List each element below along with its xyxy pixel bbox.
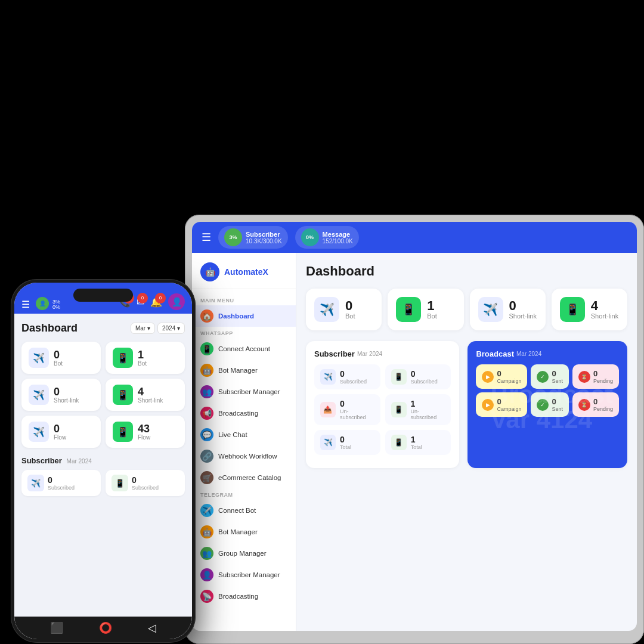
phone-hamburger-icon[interactable]: ☰	[21, 299, 30, 310]
message-info: Message 152/100.0K	[323, 231, 353, 244]
phone-sub-icon: 👤	[36, 297, 49, 310]
bot-manager-icon: 🤖	[200, 364, 213, 377]
sub-mini-info-0: 0 Subscribed	[340, 369, 367, 385]
sidebar-item-broadcasting[interactable]: 📢 Broadcasting	[192, 402, 296, 424]
sub-mini-card-3: 📱 1 Un-subscribed	[385, 394, 451, 425]
subscriber-section: Subscriber Mar 2024 ✈️ 0 Subscribed	[306, 341, 459, 468]
phone-card-1: 📱 1 Bot	[106, 342, 185, 374]
phone-notch	[73, 289, 133, 302]
main-menu-label: MAIN MENU	[192, 294, 296, 305]
webhook-icon: 🔗	[200, 450, 213, 463]
tablet-topnav: ☰ 3% Subscriber 10.3K/300.0K 0% Message …	[192, 222, 637, 253]
phone-card-icon-1: 📱	[113, 348, 133, 368]
phone-card-info-1: 1 Bot	[138, 349, 147, 367]
phone-card-icon-5: 📱	[113, 422, 133, 442]
sub-mini-info-5: 1 Total	[411, 435, 422, 450]
phone-dashboard-header: Dashboard Mar ▾ 2024 ▾	[21, 322, 185, 335]
phone-card-info-0: 0 Bot	[54, 349, 63, 367]
sub-mini-info-2: 0 Un-subscribed	[340, 399, 374, 420]
phone-sub-info-1: 0 Subscribed	[132, 475, 159, 491]
stat-card-0: ✈️ 0 Bot	[306, 289, 382, 330]
phone-btn-recent[interactable]: ◁	[148, 621, 156, 634]
sub-mini-card-4: ✈️ 0 Total	[314, 430, 380, 455]
sub-row-1: ✈️ 0 Subscribed 📱 0	[314, 364, 451, 389]
card-icon-whatsapp-1: 📱	[396, 297, 421, 322]
connect-account-icon: 📱	[200, 342, 213, 355]
broadcasting-icon: 📢	[200, 407, 213, 420]
phone-bottombar: ⬛ ⭕ ◁	[14, 617, 192, 639]
subscriber-badge: 3% Subscriber 10.3K/300.0K	[218, 226, 288, 249]
phone-year-select[interactable]: 2024 ▾	[157, 323, 185, 334]
tablet-sidebar: 🤖 AutomateX MAIN MENU 🏠 Dashboard WHATSA…	[192, 253, 296, 631]
phone-card-icon-0: ✈️	[29, 348, 49, 368]
phone-date-selects: Mar ▾ 2024 ▾	[131, 323, 185, 334]
phone-card-info-2: 0 Short-link	[54, 386, 79, 404]
card-info-1: 1 Bot	[427, 299, 437, 320]
phone-sub-pct: 3% 0%	[52, 299, 60, 310]
hamburger-icon[interactable]: ☰	[202, 231, 211, 244]
card-info-0: 0 Bot	[345, 299, 355, 320]
phone-card-icon-4: ✈️	[29, 422, 49, 442]
ecommerce-icon: 🛒	[200, 471, 213, 484]
phone-avatar[interactable]: 👤	[168, 293, 185, 310]
sidebar-item-live-chat[interactable]: 💬 Live Chat	[192, 424, 296, 445]
stat-card-2: ✈️ 0 Short-link	[470, 289, 546, 330]
phone-outer-frame: ☰ 👤 3% 0% 📞 15 ✉ 0 🔔	[11, 279, 196, 643]
card-icon-whatsapp-3: 📱	[560, 297, 585, 322]
telegram-label: TELEGRAM	[192, 488, 296, 500]
sidebar-item-telegram-bot[interactable]: 🤖 Bot Manager	[192, 521, 296, 543]
phone-sub-info-0: 0 Subscribed	[48, 475, 75, 491]
telegram-sub-icon: 👤	[200, 568, 213, 581]
phone-btn-back[interactable]: ⬛	[50, 621, 63, 634]
sub-mini-card-1: 📱 0 Subscribed	[385, 364, 451, 389]
sub-mini-card-2: 📤 0 Un-subscribed	[314, 394, 380, 425]
phone-dashboard-title: Dashboard	[21, 322, 78, 335]
whatsapp-label: WHATSAPP	[192, 327, 296, 338]
sidebar-item-telegram-broadcast[interactable]: 📡 Broadcasting	[192, 586, 296, 607]
phone-card-info-3: 4 Short-link	[138, 386, 163, 404]
phone-btn-home[interactable]: ⭕	[99, 621, 112, 634]
logo-text: AutomateX	[224, 267, 268, 277]
sub-row-3: ✈️ 0 Total 📱 1	[314, 430, 451, 455]
phone-card-info-5: 43 Flow	[138, 423, 150, 441]
logo-icon: 🤖	[200, 262, 219, 281]
phone-card-info-4: 0 Flow	[54, 423, 66, 441]
phone-screen: ☰ 👤 3% 0% 📞 15 ✉ 0 🔔	[14, 283, 192, 639]
phone-notif-bell: 0	[155, 293, 166, 304]
sidebar-item-group-manager[interactable]: 👥 Group Manager	[192, 543, 296, 564]
phone-card-2: ✈️ 0 Short-link	[21, 379, 101, 411]
sub-icon-total-blue: ✈️	[320, 435, 336, 450]
sidebar-item-webhook[interactable]: 🔗 Webhook Workflow	[192, 445, 296, 467]
sidebar-item-subscriber-manager[interactable]: 👥 Subscriber Manager	[192, 381, 296, 402]
sidebar-item-telegram-subscriber[interactable]: 👤 Subscriber Manager	[192, 564, 296, 586]
phone-card-icon-3: 📱	[113, 385, 133, 405]
tablet-outer-frame: ☰ 3% Subscriber 10.3K/300.0K 0% Message …	[185, 215, 644, 644]
sub-icon-unsub-green: 📱	[391, 402, 407, 417]
sidebar-item-connect-account[interactable]: 📱 Connect Account	[192, 338, 296, 360]
sidebar-item-ecommerce[interactable]: 🛒 eCommerce Catalog	[192, 467, 296, 488]
phone-sub-card-1: 📱 0 Subscribed	[106, 470, 185, 496]
telegram-bot-icon: 🤖	[200, 525, 213, 538]
phone-card-4: ✈️ 0 Flow	[21, 416, 101, 448]
stat-card-1: 📱 1 Bot	[388, 289, 463, 330]
sub-icon-unsub-red: 📤	[320, 402, 336, 417]
sidebar-item-bot-manager[interactable]: 🤖 Bot Manager	[192, 360, 296, 381]
sub-mini-info-4: 0 Total	[340, 435, 351, 450]
subscriber-info: Subscriber 10.3K/300.0K	[246, 231, 282, 244]
sidebar-item-dashboard[interactable]: 🏠 Dashboard	[192, 305, 296, 327]
stat-card-3: 📱 4 Short-link	[552, 289, 627, 330]
card-info-2: 0 Short-link	[509, 299, 537, 320]
two-col-section: Subscriber Mar 2024 ✈️ 0 Subscribed	[306, 341, 627, 468]
phone-cards-grid: ✈️ 0 Bot 📱 1 Bot ✈️	[21, 342, 185, 448]
phone-card-icon-2: ✈️	[29, 385, 49, 405]
subscriber-icon: 👥	[200, 385, 213, 398]
phone-sub-icon-1: 📱	[112, 475, 128, 491]
connect-bot-icon: ✈️	[200, 504, 213, 517]
broadcast-section: Broadcast Mar 2024 BroadcastVar 4124 ▶	[467, 341, 627, 468]
sub-icon-whatsapp-1: 📱	[391, 369, 407, 385]
tablet-body: 🤖 AutomateX MAIN MENU 🏠 Dashboard WHATSA…	[192, 253, 637, 631]
phone-month-select[interactable]: Mar ▾	[131, 323, 155, 334]
sidebar-item-connect-bot[interactable]: ✈️ Connect Bot	[192, 500, 296, 521]
tablet-screen: ☰ 3% Subscriber 10.3K/300.0K 0% Message …	[192, 222, 637, 631]
page-title: Dashboard	[306, 264, 627, 279]
